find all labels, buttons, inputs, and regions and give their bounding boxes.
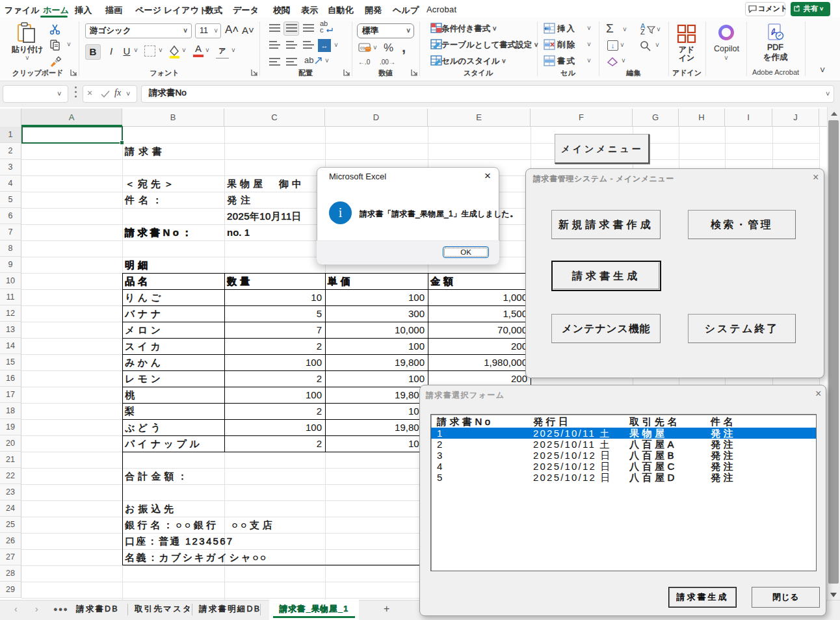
svg-text:co: co (360, 45, 365, 50)
